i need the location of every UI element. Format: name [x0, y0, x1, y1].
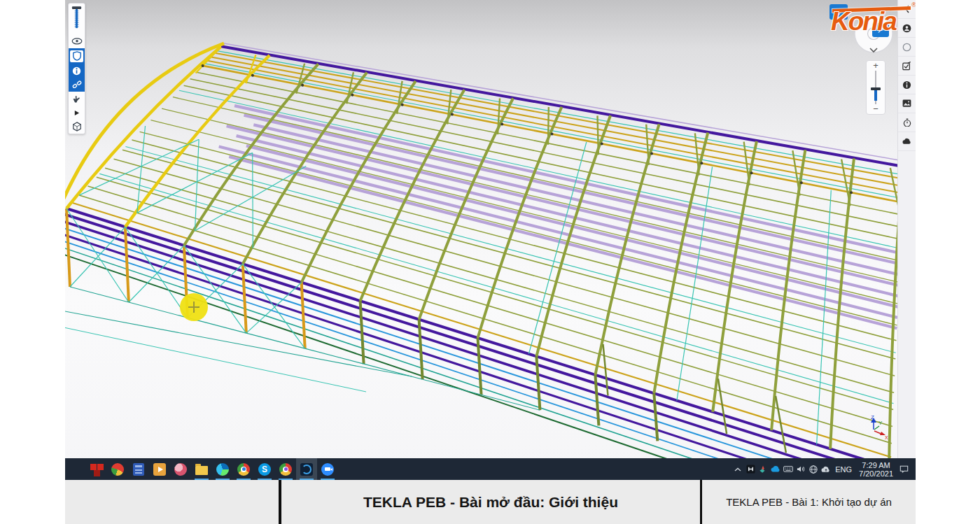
- tasks-button[interactable]: [898, 57, 916, 76]
- screenshots-button[interactable]: [898, 94, 916, 113]
- link-icon: [72, 80, 82, 90]
- selector-button[interactable]: [898, 38, 916, 57]
- info-tool-button[interactable]: [69, 64, 85, 78]
- taskbar-paint-app-button[interactable]: [170, 458, 191, 480]
- edge-icon: [216, 462, 230, 476]
- windows-taskbar: S ENG7:29 AM7/20/2021: [65, 458, 916, 480]
- expand-button[interactable]: ↗: [872, 23, 889, 37]
- screen-recorder-icon: [300, 462, 314, 476]
- paint-icon: [174, 462, 188, 476]
- taskbar-spacer: [338, 458, 732, 480]
- tray-date: 7/20/2021: [859, 469, 893, 478]
- taskbar-color-wheel-app-button[interactable]: [107, 458, 128, 480]
- taskbar-zoom-button[interactable]: [317, 458, 338, 480]
- onedrive-icon: [771, 465, 781, 472]
- zoom-app-icon: [321, 462, 335, 476]
- taskbar-start-button[interactable]: [65, 458, 86, 480]
- zoom-slider-track[interactable]: [867, 69, 885, 106]
- tray-volume-button[interactable]: [794, 458, 807, 480]
- screenshot-stage: Z Y X + − ⟳ ↗ Konia ®: [0, 0, 980, 524]
- chevup-icon: [734, 467, 741, 472]
- lesson-title: TEKLA PEB - Bài mở đầu: Giới thiệu: [281, 480, 700, 524]
- image-icon: [902, 99, 911, 107]
- collapse-panel-button[interactable]: [898, 0, 916, 19]
- taskbar-tekla-structures-button[interactable]: [86, 458, 107, 480]
- zoom-in-button[interactable]: +: [873, 62, 878, 69]
- tray-hidden-icons-button[interactable]: [732, 458, 744, 480]
- tray-keyboard-button[interactable]: [782, 458, 794, 480]
- tray-network-button[interactable]: [807, 458, 820, 480]
- speaker-icon: [797, 465, 806, 473]
- caption-bar: TEKLA PEB - Bài mở đầu: Giới thiệu TEKLA…: [65, 480, 916, 524]
- taskbar-screen-recorder-button[interactable]: [296, 458, 317, 480]
- tekla-icon: [90, 462, 104, 476]
- color-wheel-icon: [111, 462, 125, 476]
- play-icon: [74, 110, 80, 116]
- chrome-icon: [237, 462, 251, 476]
- windows-start-icon: [69, 462, 83, 476]
- right-side-panel: [897, 0, 916, 458]
- tray-language-button[interactable]: ENG: [832, 458, 855, 480]
- left-mini-toolbar: [68, 3, 85, 134]
- tekla-video-frame: Z Y X + − ⟳ ↗ Konia ®: [65, 0, 916, 480]
- svg-text:X: X: [885, 435, 888, 440]
- media-player-icon: [153, 462, 167, 476]
- tray-time: 7:29 AM: [859, 461, 893, 469]
- info-icon: [72, 66, 81, 76]
- pan-tool-button[interactable]: [69, 92, 85, 106]
- taskbar-media-player-button[interactable]: [149, 458, 170, 480]
- tray-utility-button[interactable]: [757, 458, 769, 480]
- caption-left-cell: [65, 480, 279, 524]
- link-tool-button[interactable]: [69, 78, 85, 92]
- chrome-profile-icon: [279, 462, 293, 476]
- system-tray: ENG7:29 AM7/20/2021: [732, 458, 916, 480]
- cursor-highlight: [180, 293, 208, 321]
- ring-icon: [902, 43, 911, 52]
- globe-icon: [809, 465, 818, 474]
- sync-button[interactable]: ⟳: [830, 4, 848, 20]
- cloud-panel-button[interactable]: [898, 132, 916, 151]
- tray-cloud-sync-button[interactable]: [820, 458, 832, 480]
- tray-clock[interactable]: 7:29 AM7/20/2021: [855, 458, 897, 480]
- profile-icon: [902, 24, 911, 33]
- info2-icon: [902, 80, 911, 90]
- zoom-slider[interactable]: + −: [866, 60, 886, 115]
- bolt-tool-button[interactable]: [69, 3, 85, 34]
- cloud2-icon: [902, 138, 912, 145]
- eye-icon: [71, 38, 83, 45]
- svg-text:Y: Y: [878, 420, 883, 426]
- tray-app-box-button[interactable]: [744, 458, 757, 480]
- screw-icon: [71, 6, 82, 32]
- hbox-icon: [746, 465, 755, 474]
- taskbar-edge-button[interactable]: [212, 458, 233, 480]
- zoom-slider-handle[interactable]: [871, 87, 881, 101]
- skype-icon: S: [258, 462, 272, 476]
- zoom-out-button[interactable]: −: [873, 106, 878, 113]
- snap-tool-button[interactable]: [69, 120, 85, 134]
- taskbar-chrome-button[interactable]: [233, 458, 254, 480]
- keyboard-icon: [783, 466, 793, 472]
- star-icon: [759, 465, 767, 474]
- visibility-tool-button[interactable]: [69, 34, 85, 48]
- tray-onedrive-button[interactable]: [769, 458, 782, 480]
- file-explorer-icon: [195, 462, 209, 476]
- svg-text:Z: Z: [871, 414, 874, 420]
- collapse-icon: [904, 5, 910, 13]
- profile-button[interactable]: [898, 19, 916, 38]
- taskbar-chrome-profile-button[interactable]: [275, 458, 296, 480]
- hand-icon: [72, 94, 81, 104]
- play-tool-button[interactable]: [69, 106, 85, 120]
- taskbar-skype-button[interactable]: S: [254, 458, 275, 480]
- taskbar-file-explorer-button[interactable]: [191, 458, 212, 480]
- next-lesson-title: TEKLA PEB - Bài 1: Khởi tạo dự án: [702, 480, 916, 524]
- taskbar-calculator-button[interactable]: [128, 458, 149, 480]
- properties-info-button[interactable]: [898, 76, 916, 94]
- protect-tool-button[interactable]: [69, 48, 85, 64]
- recent-button[interactable]: [898, 113, 916, 132]
- model-viewport-3d[interactable]: Z Y X: [65, 0, 916, 480]
- snap-icon: [72, 122, 82, 132]
- checkbox-icon: [902, 62, 911, 71]
- timer-icon: [903, 118, 911, 127]
- tray-notifications-button[interactable]: [897, 458, 916, 480]
- notification-icon: [899, 465, 909, 473]
